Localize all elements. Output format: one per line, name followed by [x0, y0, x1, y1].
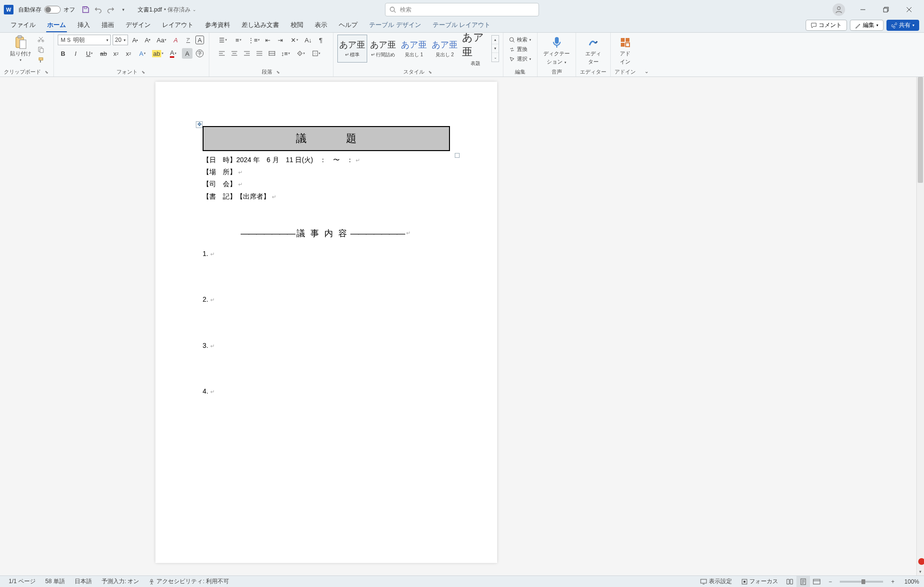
style-heading1[interactable]: あア亜見出し 1 [399, 35, 429, 63]
numbering-icon[interactable]: ≡▾ [232, 35, 245, 45]
display-settings-button[interactable]: 表示設定 [695, 577, 737, 586]
dialog-launcher-icon[interactable]: ⬊ [141, 69, 146, 75]
enclose-characters-icon[interactable]: 字 [194, 48, 205, 59]
print-layout-icon[interactable] [796, 576, 810, 587]
tab-insert[interactable]: 挿入 [72, 19, 96, 32]
page-count[interactable]: 1/1 ページ [4, 577, 40, 586]
language-status[interactable]: 日本語 [70, 577, 97, 586]
chair-line[interactable]: 【司 会】↵ [203, 178, 450, 190]
tab-references[interactable]: 参考資料 [199, 19, 236, 32]
list-item[interactable]: 3.↵ [203, 340, 450, 352]
highlight-icon[interactable]: ab▾ [151, 48, 165, 59]
clear-formatting-icon[interactable]: A [170, 35, 181, 45]
tab-file[interactable]: ファイル [5, 19, 41, 32]
undo-icon[interactable] [93, 5, 103, 14]
character-border-icon[interactable]: A [195, 36, 204, 44]
asian-layout-icon[interactable]: ✕▾ [288, 35, 301, 45]
save-icon[interactable] [81, 5, 90, 14]
list-item[interactable]: 4.↵ [203, 385, 450, 397]
editor-button[interactable]: エディ ター [583, 35, 604, 66]
format-painter-icon[interactable] [36, 56, 46, 64]
avatar[interactable] [833, 3, 845, 16]
paste-button[interactable]: 貼り付け ▾ [8, 35, 33, 63]
table-move-handle-icon[interactable]: ✥ [196, 121, 203, 128]
qat-customize-icon[interactable]: ▾ [118, 5, 128, 14]
read-mode-icon[interactable] [783, 576, 796, 587]
dialog-launcher-icon[interactable]: ⬊ [427, 69, 433, 75]
search-input[interactable]: 検索 [385, 3, 539, 16]
tab-layout[interactable]: レイアウト [156, 19, 199, 32]
tab-draw[interactable]: 描画 [96, 19, 120, 32]
addins-button[interactable]: アド イン [615, 35, 636, 66]
styles-more[interactable]: ⌄ [492, 53, 499, 62]
redo-icon[interactable] [106, 5, 116, 14]
show-marks-icon[interactable]: ¶ [316, 35, 326, 45]
collapse-ribbon-button[interactable]: ⌄ [640, 33, 653, 77]
tab-table-design[interactable]: テーブル デザイン [363, 19, 427, 32]
tab-review[interactable]: 校閲 [285, 19, 309, 32]
word-count[interactable]: 58 単語 [40, 577, 70, 586]
notification-badge[interactable] [918, 558, 924, 565]
tab-help[interactable]: ヘルプ [333, 19, 363, 32]
tab-mailings[interactable]: 差し込み文書 [236, 19, 285, 32]
list-item[interactable]: 1.↵ [203, 248, 450, 260]
font-name-combo[interactable]: ＭＳ 明朝▾ [58, 35, 111, 45]
styles-scroll-down[interactable]: ▾ [492, 44, 499, 53]
font-size-combo[interactable]: 20▾ [113, 35, 128, 45]
line-spacing-icon[interactable]: ↕≡▾ [279, 48, 293, 59]
cut-icon[interactable] [36, 35, 46, 43]
font-color-icon[interactable]: A▾ [167, 48, 180, 59]
scrollbar-thumb[interactable] [918, 77, 923, 183]
web-layout-icon[interactable] [810, 576, 823, 587]
focus-mode-button[interactable]: フォーカス [737, 577, 783, 586]
phonetic-guide-icon[interactable]: ア [183, 35, 193, 45]
shading-icon[interactable]: ▾ [295, 48, 308, 59]
tab-view[interactable]: 表示 [309, 19, 333, 32]
styles-scroll-up[interactable]: ▴ [492, 36, 499, 44]
find-button[interactable]: 検索▾ [507, 36, 533, 44]
title-table-cell[interactable]: 議 題 [203, 126, 450, 151]
document-title[interactable]: 文書1.pdf • 保存済み ⌄ [138, 6, 196, 14]
zoom-out-button[interactable]: − [823, 576, 837, 587]
shrink-font-icon[interactable]: A▾ [142, 35, 153, 45]
editing-mode-button[interactable]: 編集 ▾ [850, 20, 884, 31]
style-title[interactable]: あア亜表題 [461, 35, 490, 63]
place-line[interactable]: 【場 所】↵ [203, 166, 450, 178]
borders-icon[interactable]: ▾ [310, 48, 323, 59]
maximize-button[interactable] [875, 0, 897, 19]
minimize-button[interactable] [852, 0, 874, 19]
select-button[interactable]: 選択▾ [507, 55, 533, 63]
multilevel-list-icon[interactable]: ⋮≡▾ [247, 35, 261, 45]
strikethrough-icon[interactable]: ab [98, 48, 109, 59]
character-shading-icon[interactable]: A [182, 48, 192, 59]
styles-gallery[interactable]: あア亜↵ 標準 あア亜↵ 行間詰め あア亜見出し 1 あア亜見出し 2 あア亜表… [337, 35, 499, 63]
replace-button[interactable]: 置換 [507, 45, 529, 53]
tab-design[interactable]: デザイン [120, 19, 156, 32]
table-resize-handle-icon[interactable] [455, 153, 460, 158]
increase-indent-icon[interactable]: ⇥ [275, 35, 286, 45]
distributed-icon[interactable] [267, 48, 277, 59]
scroll-down-icon[interactable]: ▾ [917, 568, 924, 575]
bullets-icon[interactable]: ☰▾ [217, 35, 230, 45]
dialog-launcher-icon[interactable]: ⬊ [275, 69, 281, 75]
recorder-line[interactable]: 【書 記】【出席者】↵ [203, 191, 450, 203]
decrease-indent-icon[interactable]: ⇤ [263, 35, 273, 45]
justify-icon[interactable] [254, 48, 265, 59]
zoom-slider[interactable] [840, 581, 883, 583]
dialog-launcher-icon[interactable]: ⬊ [44, 69, 50, 75]
list-item[interactable]: 2.↵ [203, 294, 450, 306]
align-center-icon[interactable] [229, 48, 240, 59]
subscript-icon[interactable]: x2 [111, 48, 121, 59]
zoom-in-button[interactable]: + [886, 576, 899, 587]
page[interactable]: ✥ 議 題 【日 時】2024 年 6 月 11 日(火) ： 〜 ：↵ 【場 … [155, 82, 497, 563]
comments-button[interactable]: コメント [806, 20, 847, 31]
slider-knob[interactable] [861, 579, 865, 584]
superscript-icon[interactable]: x2 [123, 48, 134, 59]
ime-status[interactable]: 予測入力: オン [97, 577, 144, 586]
text-effects-icon[interactable]: A▾ [136, 48, 149, 59]
tab-home[interactable]: ホーム [41, 19, 72, 32]
date-line[interactable]: 【日 時】2024 年 6 月 11 日(火) ： 〜 ：↵ [203, 154, 450, 166]
sort-icon[interactable]: A↓ [303, 35, 314, 45]
grow-font-icon[interactable]: A▴ [130, 35, 141, 45]
accessibility-status[interactable]: アクセシビリティ: 利用不可 [144, 577, 234, 586]
